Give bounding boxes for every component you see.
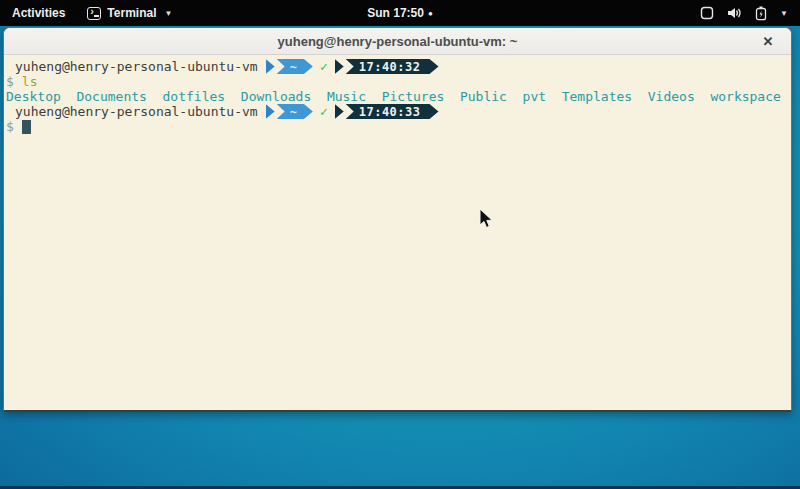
prompt-time: 17:40:32: [346, 59, 439, 74]
powerline-arrow-icon: [335, 104, 344, 119]
check-icon: ✓: [320, 104, 328, 119]
prompt-line-2: yuheng@henry-personal-ubuntu-vm ~ ✓ 17:4…: [6, 104, 789, 119]
app-menu-terminal[interactable]: Terminal ▼: [77, 0, 182, 26]
powerline-arrow-icon: [266, 59, 275, 74]
prompt-time: 17:40:33: [346, 104, 439, 119]
app-menu-caret-icon: ▼: [164, 9, 172, 18]
check-icon: ✓: [320, 59, 328, 74]
powerline-arrow-icon: [266, 104, 275, 119]
prompt-symbol: $: [6, 119, 14, 134]
clock-label[interactable]: Sun 17:50: [367, 6, 424, 20]
cwd-flag: ~: [266, 104, 313, 119]
battery-charging-icon: [755, 6, 767, 21]
time-flag: 17:40:33: [335, 104, 439, 119]
notification-dot: ●: [428, 10, 433, 18]
cwd-label: ~: [277, 104, 313, 119]
display-icon: [700, 6, 714, 20]
mouse-pointer-icon: [479, 208, 494, 234]
terminal-headerbar[interactable]: yuheng@henry-personal-ubuntu-vm: ~ ✕: [4, 28, 791, 55]
chevron-down-icon: ▼: [780, 9, 788, 18]
time-flag: 17:40:32: [335, 59, 439, 74]
prompt-user-host: yuheng@henry-personal-ubuntu-vm: [15, 59, 258, 74]
command-line: $ ls: [6, 74, 789, 89]
directory-list: Desktop Documents dotfiles Downloads Mus…: [6, 89, 781, 104]
top-bar-left: Activities Terminal ▼: [0, 0, 182, 26]
volume-icon: [727, 6, 742, 20]
ls-output-line: Desktop Documents dotfiles Downloads Mus…: [6, 89, 789, 104]
command-text: ls: [22, 74, 38, 89]
terminal-viewport[interactable]: yuheng@henry-personal-ubuntu-vm ~ ✓ 17:4…: [4, 56, 791, 410]
cwd-flag: ~: [266, 59, 313, 74]
prompt-user-host: yuheng@henry-personal-ubuntu-vm: [15, 104, 258, 119]
terminal-window: yuheng@henry-personal-ubuntu-vm: ~ ✕ yuh…: [3, 27, 792, 412]
terminal-app-icon: [87, 7, 101, 20]
current-input-line[interactable]: $: [6, 119, 789, 134]
activities-button[interactable]: Activities: [0, 0, 77, 26]
close-button[interactable]: ✕: [757, 28, 779, 55]
system-status-area[interactable]: ▼: [700, 6, 800, 21]
powerline-arrow-icon: [335, 59, 344, 74]
prompt-line-1: yuheng@henry-personal-ubuntu-vm ~ ✓ 17:4…: [6, 59, 789, 74]
text-cursor: [22, 120, 31, 134]
prompt-symbol: $: [6, 74, 14, 89]
cwd-label: ~: [277, 59, 313, 74]
window-title: yuheng@henry-personal-ubuntu-vm: ~: [278, 34, 518, 49]
app-menu-label: Terminal: [107, 6, 156, 20]
desktop-screen: Activities Terminal ▼ Sun 17:50 ●: [0, 0, 800, 489]
gnome-top-bar: Activities Terminal ▼ Sun 17:50 ●: [0, 0, 800, 26]
